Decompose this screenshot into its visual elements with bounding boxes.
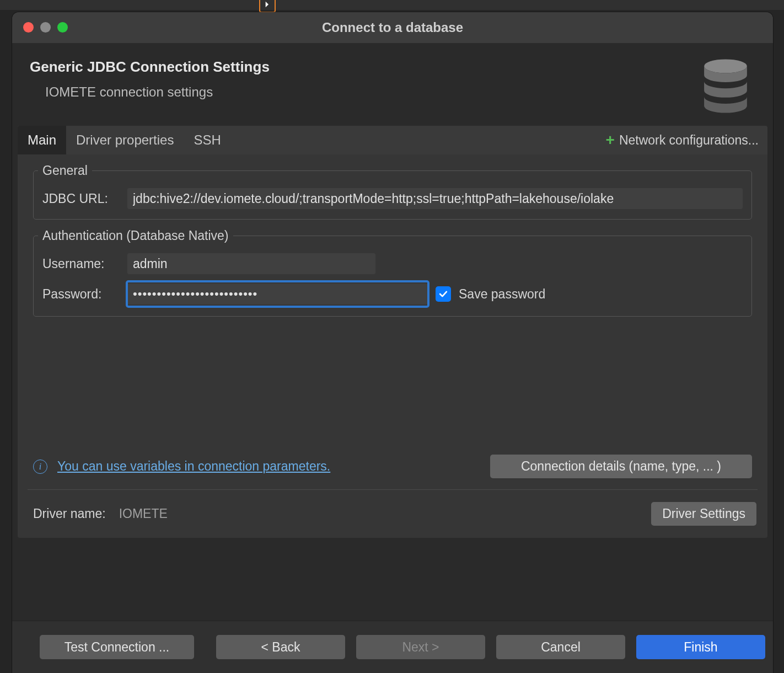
svg-point-0 [704,59,747,73]
general-legend: General [38,163,92,178]
network-configurations-label: Network configurations... [619,133,759,148]
finish-button[interactable]: Finish [636,635,765,659]
save-password-checkbox[interactable] [436,286,451,302]
next-button: Next > [356,635,485,659]
wizard-footer: Test Connection ... < Back Next > Cancel… [12,621,773,673]
driver-name-label: Driver name: [33,506,106,521]
username-input[interactable] [127,253,375,274]
info-icon: i [33,460,47,474]
jdbc-url-input[interactable] [127,188,743,209]
username-label: Username: [42,257,120,271]
sql-file-icon [259,0,276,13]
back-button[interactable]: < Back [216,635,345,659]
database-icon [701,58,750,114]
page-title: Generic JDBC Connection Settings [30,58,701,76]
password-input[interactable] [127,284,428,305]
titlebar[interactable]: Connect to a database [12,12,773,43]
app-toolbar-strip [0,0,784,10]
variables-info-link[interactable]: You can use variables in connection para… [57,459,330,474]
window-minimize-button[interactable] [40,22,51,33]
settings-panel: Main Driver properties SSH + Network con… [18,126,767,538]
window-zoom-button[interactable] [57,22,68,33]
connect-database-dialog: Connect to a database Generic JDBC Conne… [12,12,773,673]
jdbc-url-label: JDBC URL: [42,191,120,206]
authentication-group: Authentication (Database Native) Usernam… [33,228,752,317]
authentication-legend: Authentication (Database Native) [38,228,233,243]
tab-driver-properties[interactable]: Driver properties [66,126,184,154]
driver-name-value: IOMETE [119,506,168,521]
page-subtitle: IOMETE connection settings [45,84,701,100]
connection-details-button[interactable]: Connection details (name, type, ... ) [490,455,752,478]
test-connection-button[interactable]: Test Connection ... [40,635,194,659]
driver-settings-button[interactable]: Driver Settings [651,502,756,526]
dialog-title: Connect to a database [12,20,773,35]
tabs-row: Main Driver properties SSH + Network con… [18,126,767,154]
general-group: General JDBC URL: [33,163,752,220]
save-password-label: Save password [459,287,545,302]
network-configurations-button[interactable]: + Network configurations... [597,126,767,154]
cancel-button[interactable]: Cancel [496,635,625,659]
tab-main[interactable]: Main [18,126,66,154]
password-label: Password: [42,287,120,302]
tab-ssh[interactable]: SSH [184,126,230,154]
plus-icon: + [606,132,615,148]
window-close-button[interactable] [23,22,34,33]
